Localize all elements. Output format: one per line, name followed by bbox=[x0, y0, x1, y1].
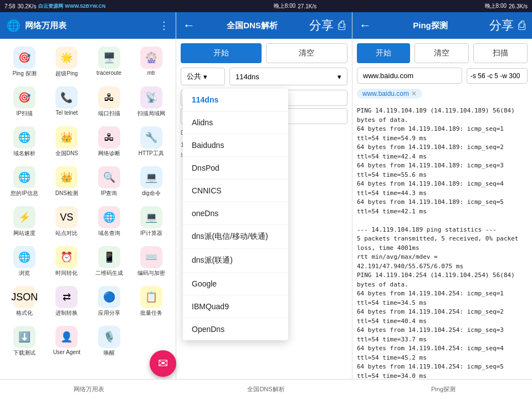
speed-label: 网站速度 bbox=[13, 229, 35, 237]
sidebar-item-share[interactable]: 🔵应用分享 bbox=[89, 283, 129, 320]
sidebar-item-ipquery[interactable]: 🔍IP查询 bbox=[89, 163, 129, 201]
ping-start-button[interactable]: 开始 bbox=[357, 43, 410, 63]
compare-label: 站点对比 bbox=[55, 229, 78, 237]
dns-type-select[interactable]: 公共 ▾ bbox=[181, 68, 225, 85]
ping-output-line bbox=[357, 216, 528, 226]
sidebar-item-mtr[interactable]: 🎡mtr bbox=[131, 43, 171, 81]
dropdown-item-oneDns[interactable]: oneDns bbox=[183, 202, 288, 225]
brand: 白云资源网 WWW.52BYW.CN bbox=[38, 3, 105, 10]
sidebar-item-convert[interactable]: ⇄进制转换 bbox=[47, 283, 86, 320]
sidebar-item-ipscan[interactable]: 🎯IP扫描 bbox=[4, 83, 44, 121]
ping-tag-close-icon[interactable]: ✕ bbox=[411, 90, 417, 98]
sidebar-item-browse[interactable]: 🌐浏览 bbox=[4, 243, 44, 280]
bottom-nav-item[interactable]: 网络万用表 bbox=[0, 385, 177, 393]
dns-controls: 开始 清空 bbox=[176, 39, 352, 68]
sidebar-item-domainscan[interactable]: 📡扫描局域网 bbox=[131, 83, 171, 121]
speed-icon: ⚡ bbox=[13, 206, 35, 228]
ping-output-line: 64 bytes from 14.119.104.189: icmp_seq=1… bbox=[357, 125, 528, 143]
dns-share-label[interactable]: 分享 bbox=[309, 17, 334, 34]
sidebar-item-timeconv[interactable]: ⏰时间转化 bbox=[47, 243, 86, 280]
fab-mail-button[interactable]: ✉ bbox=[150, 350, 176, 377]
dnscheck-icon: 👑 bbox=[55, 166, 78, 188]
portscan-label: 端口扫描 bbox=[98, 110, 120, 117]
sidebar-item-digcmd[interactable]: 💻dig命令 bbox=[131, 163, 171, 201]
sidebar-item-dnscheck[interactable]: 👑DNS检测 bbox=[47, 163, 86, 201]
myip-icon: 🌐 bbox=[13, 166, 35, 188]
dns-clear-button[interactable]: 清空 bbox=[266, 43, 348, 63]
ping-output-line: --- 14.119.104.189 ping statistics --- bbox=[357, 226, 528, 235]
ping-share-icon[interactable]: ⎙ bbox=[518, 18, 525, 33]
sidebar-item-batch[interactable]: 📋批量任务 bbox=[131, 283, 171, 320]
dropdown-item-OpenDns[interactable]: OpenDns bbox=[183, 318, 288, 340]
dropdown-item-dns-----------[interactable]: dns派(电信/移动/铁通) bbox=[183, 225, 288, 249]
dns-server-select[interactable]: 114dns ▾ bbox=[229, 68, 347, 85]
sidebar-item-download[interactable]: ⬇️下载测试 bbox=[4, 323, 44, 360]
sidebar-item-ipcalc[interactable]: 💻IP计算器 bbox=[131, 203, 171, 241]
sidebar-item-traceroute[interactable]: 🖥️traceroute bbox=[89, 43, 129, 81]
ping-params-input[interactable] bbox=[467, 68, 528, 84]
ping-back-icon[interactable]: ← bbox=[359, 18, 371, 33]
dropdown-item-Google[interactable]: Google bbox=[183, 273, 288, 295]
ping-clear-button[interactable]: 清空 bbox=[415, 43, 469, 63]
dropdown-item-Baidudns[interactable]: Baidudns bbox=[183, 134, 288, 157]
dns-back-icon[interactable]: ← bbox=[183, 18, 195, 33]
ipscan-icon: 🎯 bbox=[13, 86, 35, 109]
bottom-nav: 网络万用表全国DNS解析Ping探测 bbox=[0, 379, 532, 399]
sidebar-item-encode[interactable]: ⌨️编码与加密 bbox=[131, 243, 171, 280]
digcmd-label: dig命令 bbox=[142, 190, 160, 197]
ping-output-line: 64 bytes from 14.119.104.189: icmp_seq=4… bbox=[357, 180, 528, 198]
sidebar-item-myip[interactable]: 🌐您的IP信息 bbox=[4, 163, 44, 201]
ping-controls: 开始 清空 扫描 bbox=[352, 39, 532, 68]
whois-label: 域名查询 bbox=[98, 229, 120, 237]
speed-left: 30.2K/s bbox=[17, 3, 36, 9]
sidebar-item-speed[interactable]: ⚡网站速度 bbox=[4, 203, 44, 241]
sidebar-item-compare[interactable]: VS站点对比 bbox=[47, 203, 86, 241]
dns-start-button[interactable]: 开始 bbox=[181, 43, 262, 63]
sidebar-item-httptools[interactable]: 🔧HTTP工具 bbox=[131, 123, 171, 161]
dropdown-item-dns-----[interactable]: dns派(联通) bbox=[183, 249, 288, 273]
dns-server-dropdown: 114dnsAlidnsBaidudnsDnsPodCNNICSoneDnsdn… bbox=[183, 89, 288, 340]
dns-icon: 🌐 bbox=[13, 126, 35, 149]
dropdown-item-Alidns[interactable]: Alidns bbox=[183, 111, 288, 134]
sidebar-title: 网络万用表 bbox=[25, 21, 66, 31]
dropdown-item-IBMQuad9[interactable]: IBMQuad9 bbox=[183, 295, 288, 318]
ipcalc-icon: 💻 bbox=[140, 206, 162, 228]
convert-label: 进制转换 bbox=[55, 309, 78, 317]
sidebar-item-superping[interactable]: 🌟超级Ping bbox=[47, 43, 86, 81]
sidebar-item-qrcode[interactable]: 📱二维码生成 bbox=[89, 243, 129, 280]
ping-host-input[interactable] bbox=[357, 68, 462, 84]
traceroute-icon: 🖥️ bbox=[98, 47, 120, 69]
ping-output-line: PING 14.119.104.254 (14.119.104.254) 56(… bbox=[357, 271, 528, 289]
dropdown-item-114dns[interactable]: 114dns bbox=[183, 89, 288, 111]
sidebar-item-useragent[interactable]: 👤User Agent bbox=[47, 323, 86, 360]
ping-output-line: 64 bytes from 14.119.104.254: icmp_seq=1… bbox=[357, 289, 528, 308]
dropdown-item-CNNICS[interactable]: CNNICS bbox=[183, 180, 288, 202]
ping-output-line: 64 bytes from 14.119.104.189: icmp_seq=2… bbox=[357, 143, 528, 161]
ping-output-line: rtt min/avg/max/mdev = 42.191/47.940/55.… bbox=[357, 253, 528, 271]
sidebar-item-telnet[interactable]: 📞Tel telnet bbox=[47, 83, 86, 121]
mtr-label: mtr bbox=[147, 70, 155, 76]
sidebar-item-speech[interactable]: 🎙️唤醒 bbox=[89, 323, 129, 360]
ping-scan-button[interactable]: 扫描 bbox=[473, 43, 528, 63]
mtr-icon: 🎡 bbox=[140, 47, 162, 69]
alldns-label: 全国DNS bbox=[55, 150, 78, 157]
ipquery-label: IP查询 bbox=[101, 190, 117, 197]
sidebar-item-json[interactable]: JSON格式化 bbox=[4, 283, 44, 320]
dns-type-value: 公共 bbox=[187, 71, 201, 81]
sidebar-item-portscan[interactable]: 🖧端口扫描 bbox=[89, 83, 129, 121]
bottom-nav-item[interactable]: Ping探测 bbox=[355, 385, 532, 393]
ping-icon: 🎯 bbox=[13, 47, 35, 69]
sidebar-item-netdiag[interactable]: 🖧网络诊断 bbox=[89, 123, 129, 161]
sidebar-item-alldns[interactable]: 👑全国DNS bbox=[47, 123, 86, 161]
ping-share-label[interactable]: 分享 bbox=[489, 17, 514, 34]
sidebar-menu-icon[interactable]: ⋮ bbox=[159, 19, 169, 32]
useragent-icon: 👤 bbox=[55, 326, 78, 348]
domainscan-label: 扫描局域网 bbox=[137, 110, 165, 117]
sidebar-item-whois[interactable]: 🌐域名查询 bbox=[89, 203, 129, 241]
bottom-nav-item[interactable]: 全国DNS解析 bbox=[177, 385, 355, 393]
dropdown-item-DnsPod[interactable]: DnsPod bbox=[183, 157, 288, 180]
sidebar-item-dns[interactable]: 🌐域名解析 bbox=[4, 123, 44, 161]
ping-output-line: 64 bytes from 14.119.104.189: icmp_seq=3… bbox=[357, 161, 528, 180]
dns-share-icon[interactable]: ⎙ bbox=[338, 18, 345, 33]
sidebar-item-ping[interactable]: 🎯Ping 探测 bbox=[4, 43, 44, 81]
